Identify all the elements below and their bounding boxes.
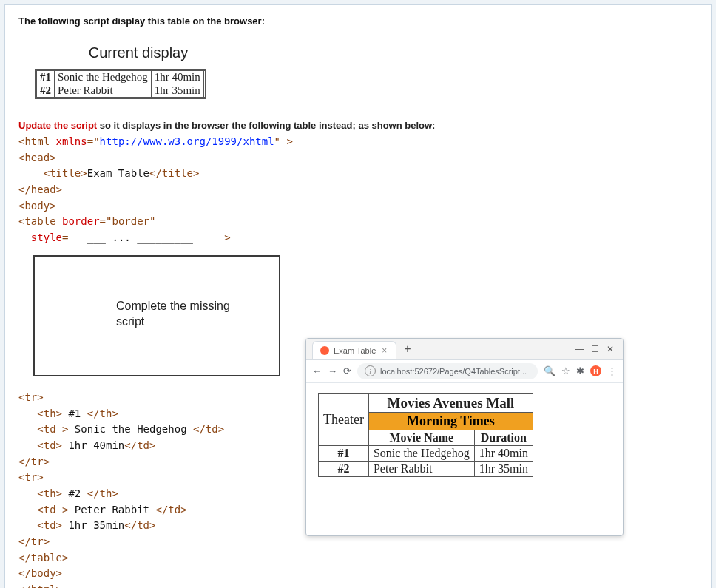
code-token: <title>	[18, 167, 87, 179]
rank-cell: #2	[36, 84, 55, 98]
code-token: <tr>	[18, 471, 44, 483]
code-url: http://www.w3.org/1999/xhtml	[100, 135, 274, 147]
answer-blank-box[interactable]: Complete the missing script	[33, 255, 280, 376]
minimize-icon[interactable]: —	[575, 344, 584, 354]
theater-cell: Theater	[319, 393, 369, 445]
code-token: <table	[18, 215, 62, 227]
code-token: ="	[87, 135, 100, 147]
zoom-icon[interactable]: 🔍	[544, 365, 555, 376]
browser-tab[interactable]: Exam Table ×	[312, 341, 396, 359]
code-token: </td>	[124, 439, 155, 451]
code-text: 1hr 35min	[62, 519, 124, 531]
col-duration-header: Duration	[474, 430, 533, 445]
code-token: <th>	[18, 487, 62, 499]
code-token: </html>	[18, 584, 62, 588]
code-token: </td>	[155, 504, 186, 516]
code-token: style	[18, 232, 62, 243]
rank-cell: #1	[36, 70, 55, 84]
back-icon[interactable]: ←	[312, 365, 322, 376]
instruction-rest: so it displays in the browser the follow…	[97, 120, 435, 131]
code-token: <tr>	[18, 391, 44, 403]
code-token: >	[224, 232, 230, 243]
rank-cell: #2	[319, 461, 369, 476]
code-token: <html	[18, 135, 56, 147]
update-instruction: Update the script so it displays in the …	[18, 120, 698, 131]
address-bar[interactable]: i localhost:52672/Pages/Q4TablesScript..…	[357, 363, 538, 379]
extensions-icon[interactable]: ✱	[576, 365, 584, 376]
code-token: </td>	[124, 519, 155, 531]
code-token: " >	[274, 135, 293, 147]
code-text: Peter Rabbit	[68, 504, 155, 516]
tab-title: Exam Table	[334, 346, 376, 355]
browser-toolbar: ← → ⟳ i localhost:52672/Pages/Q4TablesSc…	[306, 360, 623, 383]
close-window-icon[interactable]: ✕	[607, 344, 614, 354]
code-token: border	[62, 215, 100, 227]
menu-icon[interactable]: ⋮	[607, 365, 617, 376]
code-token: <th>	[18, 408, 62, 419]
code-token: ="border"	[100, 215, 156, 227]
code-token: xmlns	[56, 135, 87, 147]
rank-cell: #1	[319, 445, 369, 461]
code-token: </tr>	[18, 535, 50, 547]
code-token: <td >	[18, 423, 68, 435]
duration-cell: 1hr 35min	[474, 461, 533, 476]
question-title: The following script display this table …	[18, 16, 698, 27]
window-buttons: — ☐ ✕	[575, 344, 620, 354]
bookmark-star-icon[interactable]: ☆	[561, 365, 570, 376]
table-row: #2 Peter Rabbit 1hr 35min	[36, 84, 205, 98]
reload-icon[interactable]: ⟳	[343, 365, 351, 376]
site-info-icon[interactable]: i	[365, 365, 376, 376]
code-token: </table>	[18, 552, 68, 564]
movie-cell: Sonic the Hedgehog	[368, 445, 474, 461]
code-token: <body>	[18, 200, 56, 212]
target-table: Theater Movies Avenues Mall Morning Time…	[318, 393, 533, 477]
duration-cell: 1hr 35min	[151, 84, 204, 98]
code-text: #2	[62, 487, 87, 499]
code-token: <td>	[18, 519, 62, 531]
browser-window: Exam Table × + — ☐ ✕ ← → ⟳ i	[305, 338, 624, 536]
current-display-block: Current display #1 Sonic the Hedgehog 1h…	[27, 37, 249, 109]
browser-column: Exam Table × + — ☐ ✕ ← → ⟳ i	[305, 338, 624, 536]
tab-close-icon[interactable]: ×	[380, 345, 388, 356]
extension-badge[interactable]: H	[590, 365, 601, 376]
question-page: The following script display this table …	[4, 4, 712, 588]
code-token: </tr>	[18, 456, 50, 467]
favicon-icon	[320, 346, 329, 355]
movie-cell: Peter Rabbit	[368, 461, 474, 476]
table-row: #1 Sonic the Hedgehog 1hr 40min	[319, 445, 533, 461]
code-text: #1	[62, 408, 87, 419]
code-token: <td>	[18, 439, 62, 451]
current-display-table: #1 Sonic the Hedgehog 1hr 40min #2 Peter…	[35, 69, 206, 99]
code-token: </td>	[193, 423, 224, 435]
code-token: </title>	[149, 167, 199, 179]
table-row: #1 Sonic the Hedgehog 1hr 40min	[36, 70, 205, 84]
blank-box-hint: Complete the missing script	[116, 298, 230, 330]
code-token: </th>	[87, 487, 118, 499]
movie-cell: Sonic the Hedgehog	[55, 70, 152, 84]
hint-line: script	[116, 315, 144, 328]
code-text: 1hr 40min	[62, 439, 124, 451]
morning-header: Morning Times	[368, 412, 533, 430]
code-token: </head>	[18, 183, 62, 195]
code-text: Sonic the Hedgehog	[68, 423, 193, 435]
code-token: <td >	[18, 504, 68, 516]
lower-columns: <tr> <th> #1 </th> <td > Sonic the Hedge…	[18, 390, 698, 588]
duration-cell: 1hr 40min	[151, 70, 204, 84]
mall-header: Movies Avenues Mall	[368, 393, 533, 412]
hint-line: Complete the missing	[116, 300, 230, 312]
table-row: Theater Movies Avenues Mall	[319, 393, 533, 412]
instruction-highlight: Update the script	[18, 120, 97, 131]
code-token: <head>	[18, 152, 56, 163]
browser-titlebar: Exam Table × + — ☐ ✕	[306, 339, 623, 360]
col-movie-header: Movie Name	[368, 430, 474, 445]
code-blank: ___ ... _________	[68, 232, 224, 243]
code-token: </th>	[87, 408, 118, 419]
forward-icon[interactable]: →	[328, 365, 337, 376]
movie-cell: Peter Rabbit	[55, 84, 152, 98]
code-column: <tr> <th> #1 </th> <td > Sonic the Hedge…	[18, 390, 292, 588]
duration-cell: 1hr 40min	[474, 445, 533, 461]
new-tab-button[interactable]: +	[396, 342, 418, 356]
maximize-icon[interactable]: ☐	[591, 344, 599, 354]
code-text: Exam Table	[87, 167, 149, 179]
code-block-top: <html xmlns="http://www.w3.org/1999/xhtm…	[18, 134, 698, 246]
